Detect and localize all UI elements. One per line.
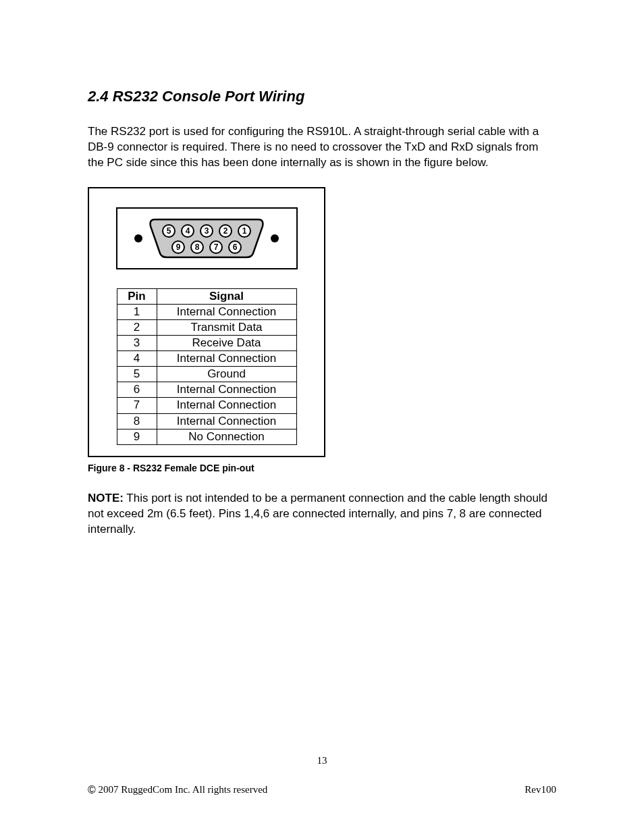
cell-pin: 5 bbox=[117, 367, 157, 382]
table-row: 5Ground bbox=[117, 367, 296, 382]
pin-9: 9 bbox=[172, 241, 184, 253]
table-row: 3Receive Data bbox=[117, 336, 296, 351]
cell-pin: 4 bbox=[117, 351, 157, 367]
copyright-icon: © bbox=[88, 784, 96, 796]
svg-text:5: 5 bbox=[167, 226, 171, 236]
cell-signal: Internal Connection bbox=[157, 398, 296, 413]
table-row: 1Internal Connection bbox=[117, 304, 296, 319]
svg-text:3: 3 bbox=[205, 226, 209, 236]
svg-text:1: 1 bbox=[242, 226, 247, 236]
pin-8: 8 bbox=[191, 241, 203, 253]
cell-pin: 7 bbox=[117, 398, 157, 413]
cell-pin: 1 bbox=[117, 304, 157, 319]
section-heading: 2.4 RS232 Console Port Wiring bbox=[88, 88, 556, 105]
page-number: 13 bbox=[88, 755, 556, 766]
cell-signal: Internal Connection bbox=[157, 351, 296, 367]
cell-signal: Receive Data bbox=[157, 336, 296, 351]
cell-pin: 6 bbox=[117, 382, 157, 398]
svg-text:9: 9 bbox=[176, 242, 181, 252]
cell-signal: No Connection bbox=[157, 429, 296, 444]
copyright-text: © 2007 RuggedCom Inc. All rights reserve… bbox=[88, 784, 267, 796]
db9-connector-frame: 5 4 3 2 1 bbox=[116, 207, 298, 269]
pin-5: 5 bbox=[163, 225, 175, 237]
cell-signal: Internal Connection bbox=[157, 382, 296, 398]
pin-6: 6 bbox=[229, 241, 241, 253]
table-row: 7Internal Connection bbox=[117, 398, 296, 413]
cell-pin: 8 bbox=[117, 413, 157, 429]
pin-7: 7 bbox=[210, 241, 222, 253]
cell-pin: 9 bbox=[117, 429, 157, 444]
cell-signal: Internal Connection bbox=[157, 413, 296, 429]
revision-text: Rev100 bbox=[525, 784, 556, 796]
cell-pin: 2 bbox=[117, 320, 157, 336]
cell-signal: Ground bbox=[157, 367, 296, 382]
table-row: 8Internal Connection bbox=[117, 413, 296, 429]
table-row: 6Internal Connection bbox=[117, 382, 296, 398]
pin-3: 3 bbox=[200, 225, 213, 237]
screw-left-icon bbox=[134, 234, 142, 242]
table-row: 2Transmit Data bbox=[117, 320, 296, 336]
note-text: This port is not intended to be a perman… bbox=[88, 492, 547, 536]
table-header-row: Pin Signal bbox=[117, 288, 296, 304]
header-signal: Signal bbox=[157, 288, 296, 304]
figure-caption: Figure 8 - RS232 Female DCE pin-out bbox=[88, 463, 556, 473]
figure-container: 5 4 3 2 1 bbox=[88, 187, 325, 457]
table-row: 9No Connection bbox=[117, 429, 296, 444]
pin-4: 4 bbox=[182, 225, 194, 237]
pin-2: 2 bbox=[219, 225, 232, 237]
svg-text:7: 7 bbox=[214, 242, 219, 252]
pin-1: 1 bbox=[238, 225, 250, 237]
table-row: 4Internal Connection bbox=[117, 351, 296, 367]
note-paragraph: NOTE: This port is not intended to be a … bbox=[88, 491, 556, 538]
note-label: NOTE: bbox=[88, 492, 124, 504]
cell-signal: Transmit Data bbox=[157, 320, 296, 336]
svg-text:2: 2 bbox=[223, 226, 228, 236]
intro-paragraph: The RS232 port is used for configuring t… bbox=[88, 124, 556, 171]
pin-signal-table: Pin Signal 1Internal Connection 2Transmi… bbox=[117, 288, 297, 445]
cell-signal: Internal Connection bbox=[157, 304, 296, 319]
cell-pin: 3 bbox=[117, 336, 157, 351]
screw-right-icon bbox=[271, 234, 279, 242]
page-footer: 13 © 2007 RuggedCom Inc. All rights rese… bbox=[0, 755, 644, 796]
svg-text:8: 8 bbox=[195, 242, 200, 252]
svg-text:4: 4 bbox=[186, 226, 190, 236]
header-pin: Pin bbox=[117, 288, 157, 304]
svg-text:6: 6 bbox=[233, 242, 238, 252]
db9-connector-icon: 5 4 3 2 1 bbox=[149, 217, 264, 260]
